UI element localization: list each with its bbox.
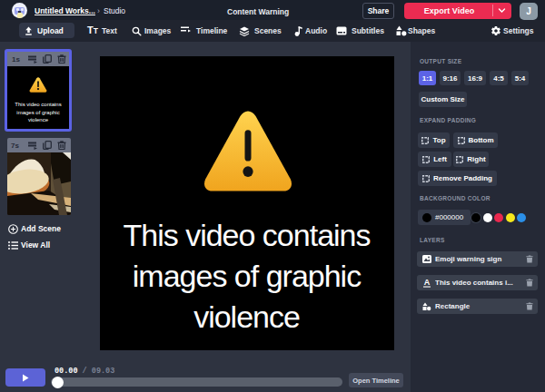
svg-text:A: A	[424, 278, 431, 287]
